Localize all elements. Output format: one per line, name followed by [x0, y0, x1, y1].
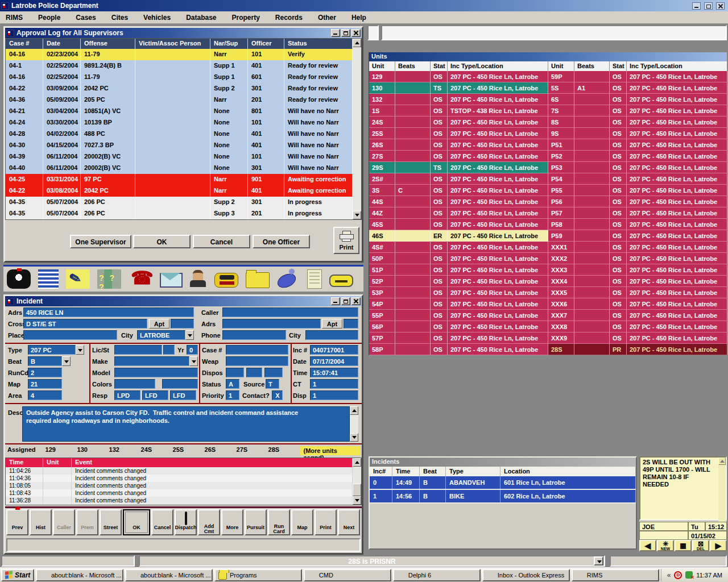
field-value[interactable]: 4 [28, 390, 62, 400]
make-field[interactable] [114, 356, 189, 366]
weap-field[interactable] [226, 356, 288, 366]
cancel-button[interactable]: Cancel [193, 235, 250, 248]
unit-row[interactable]: 28S PR 207 PC - 450 Rice Ln, Latrobe [548, 344, 727, 355]
toolbar-icon[interactable] [246, 272, 270, 288]
caller-apt-button[interactable]: Apt [322, 319, 342, 329]
note-initials[interactable]: JOE [639, 522, 688, 531]
unit-row[interactable]: 45S OS 207 PC - 450 Rice Ln, Latrobe [369, 219, 548, 230]
unit-row[interactable]: 27S OS 207 PC - 450 Rice Ln, Latrobe [369, 151, 548, 162]
incident-toolbar-button[interactable]: More [221, 509, 243, 535]
field-value[interactable]: 15:07:41 [310, 368, 358, 377]
unit-row[interactable]: P59 OS 207 PC - 450 Rice Ln, Latrobe [548, 230, 727, 242]
column-header[interactable]: Case # [6, 39, 43, 49]
event-log-row[interactable]: 11:36:28 Incident comments changed [6, 497, 353, 504]
unit-row[interactable]: 51P OS 207 PC - 450 Rice Ln, Latrobe [369, 264, 548, 276]
event-log-row[interactable]: 11:08:05 Incident comments changed [6, 482, 353, 489]
incident-row[interactable]: 0 14:49 B ABANDVEH 601 Rice Ln, Latrobe [370, 476, 636, 490]
unit-row[interactable]: 6S OS 207 PC - 450 Rice Ln, Latrobe [548, 94, 727, 105]
toolbar-icon[interactable] [307, 269, 322, 289]
unit-row[interactable]: P53 OS 207 PC - 450 Rice Ln, Latrobe [548, 162, 727, 173]
apt-button[interactable]: Apt [149, 319, 169, 329]
approval-row[interactable]: 04-39 06/11/2004 20002(B) VC None 101 Wi… [6, 151, 353, 163]
unit-row[interactable]: XXX5 OS 207 PC - 450 Rice Ln, Latrobe [548, 287, 727, 298]
incident-titlebar[interactable]: Incident [5, 296, 362, 306]
taskbar-item[interactable]: RIMS [572, 569, 659, 581]
column-header[interactable]: Victim/Assoc Person [135, 39, 210, 49]
column-header[interactable]: Location [500, 467, 636, 476]
approval-row[interactable]: 04-25 03/31/2004 97 PC Narr 901 Awaiting… [6, 174, 353, 185]
unit-row[interactable]: 58P OS 207 PC - 450 Rice Ln, Latrobe [369, 344, 548, 355]
column-header[interactable]: Time [6, 458, 43, 467]
maximize-icon[interactable] [341, 297, 350, 305]
scroll-up-icon[interactable] [353, 39, 361, 47]
approval-row[interactable]: 04-1 02/25/2004 9891.24(B) B Supp 1 401 … [6, 60, 353, 72]
menu-item[interactable]: Vehicles [143, 14, 171, 22]
field-value[interactable]: B [28, 356, 62, 366]
assigned-unit[interactable]: 27S [237, 446, 268, 455]
taskbar-item[interactable]: about:blank - Microsoft ... [36, 569, 123, 581]
tray-monitor-icon[interactable]: D [674, 571, 682, 579]
unit-row[interactable]: P54 OS 207 PC - 450 Rice Ln, Latrobe [548, 173, 727, 185]
unit-row[interactable]: 55P OS 207 PC - 450 Rice Ln, Latrobe [369, 310, 548, 321]
column-header[interactable]: Inc Type/Location [448, 61, 548, 71]
approval-row[interactable]: 04-28 04/02/2004 488 PC None 401 Will ha… [6, 128, 353, 140]
column-header[interactable]: Type [446, 467, 500, 476]
toolbar-icon[interactable] [7, 269, 31, 289]
incident-toolbar-button[interactable]: Run Card [268, 509, 290, 535]
dispos3-field[interactable] [264, 368, 283, 377]
unit-row[interactable]: 46S ER 207 PC - 450 Rice Ln, Latrobe [369, 230, 548, 242]
scroll-up-icon[interactable] [718, 458, 726, 465]
column-header[interactable]: Event [72, 458, 353, 467]
approval-titlebar[interactable]: Approval Log for All Supervisors [5, 28, 362, 38]
unit-row[interactable]: 44S OS 207 PC - 450 Rice Ln, Latrobe [369, 196, 548, 207]
unit-row[interactable]: 24S OS 207 PC - 450 Rice Ln, Latrobe [369, 117, 548, 128]
column-header[interactable]: Beats [574, 61, 610, 71]
approval-row[interactable]: 04-22 03/09/2004 2042 PC Supp 2 301 Read… [6, 83, 353, 94]
model-field[interactable] [114, 368, 198, 377]
menu-item[interactable]: Database [186, 14, 216, 22]
command-line-box[interactable] [381, 25, 727, 40]
incident-toolbar-button[interactable]: Add Cmt [198, 509, 220, 535]
contact-checkbox[interactable]: X [272, 390, 283, 400]
dropdown-icon[interactable] [62, 356, 71, 366]
approval-row[interactable]: 04-16 02/23/2004 11-79 Narr 101 Verify [6, 49, 353, 60]
note-text-area[interactable]: 2S WILL BE OUT WITH 49P UNTIL 1700 - WIL… [639, 456, 727, 520]
dispos2-field[interactable] [246, 368, 262, 377]
caller-apt-field[interactable] [344, 319, 358, 329]
menu-item[interactable]: Records [275, 14, 303, 22]
toolbar-icon[interactable] [129, 269, 152, 289]
unit-row[interactable]: 132 OS 207 PC - 450 Rice Ln, Latrobe [369, 94, 548, 105]
approval-row[interactable]: 04-22 03/08/2004 2042 PC Narr 401 Awaiti… [6, 185, 353, 197]
unit-row[interactable]: XXX8 OS 207 PC - 450 Rice Ln, Latrobe [548, 321, 727, 332]
incident-toolbar-button[interactable]: Print [315, 509, 337, 535]
note-list-button[interactable]: ▦ [675, 540, 692, 551]
desc-field[interactable]: Outside Agency assist to Carson City FD.… [22, 406, 350, 442]
column-header[interactable]: Nar/Sup [210, 39, 248, 49]
toolbar-icon[interactable] [38, 269, 59, 289]
assigned-unit[interactable]: 132 [109, 446, 141, 455]
unit-row[interactable]: 1S OS TSTOP - 438 Rice Ln, Latrobe [369, 105, 548, 117]
event-log-row[interactable]: 11:04:36 Incident comments changed [6, 475, 353, 482]
unit-row[interactable]: 54P OS 207 PC - 450 Rice Ln, Latrobe [369, 298, 548, 310]
unit-row[interactable]: 5S A1 OS 207 PC - 450 Rice Ln, Latrobe [548, 82, 727, 94]
taskbar-item[interactable]: Delphi 6 [393, 569, 481, 581]
field-value[interactable]: 207 PC [28, 345, 76, 355]
incident-toolbar-button[interactable]: Map [291, 509, 313, 535]
incident-toolbar-button[interactable]: Pursuit [245, 509, 267, 535]
taskbar-item[interactable]: Inbox - Outlook Express [482, 569, 570, 581]
unit-row[interactable]: 59P OS 207 PC - 450 Rice Ln, Latrobe [548, 71, 727, 82]
taskbar-item[interactable]: Programs [214, 569, 302, 581]
yr-field[interactable]: 0 [187, 345, 198, 355]
column-header[interactable]: Time [392, 467, 420, 476]
field-value[interactable]: 040717001 [310, 345, 358, 355]
column-header[interactable]: Unit [369, 61, 395, 71]
ok-button[interactable]: OK [133, 235, 191, 248]
unit-row[interactable]: 130 TS 207 PC - 450 Rice Ln, Latrobe [369, 82, 548, 94]
incident-toolbar-button[interactable]: Prev [6, 509, 28, 535]
unit-row[interactable]: 29S TS 207 PC - 450 Rice Ln, Latrobe [369, 162, 548, 173]
incident-toolbar-button[interactable]: Dispatch [175, 509, 197, 535]
scroll-down-icon[interactable] [353, 496, 361, 505]
menu-item[interactable]: Cites [111, 14, 128, 22]
unit-row[interactable]: 2S# OS 207 PC - 450 Rice Ln, Latrobe [369, 173, 548, 185]
incident-toolbar-button[interactable]: Street [100, 509, 122, 535]
